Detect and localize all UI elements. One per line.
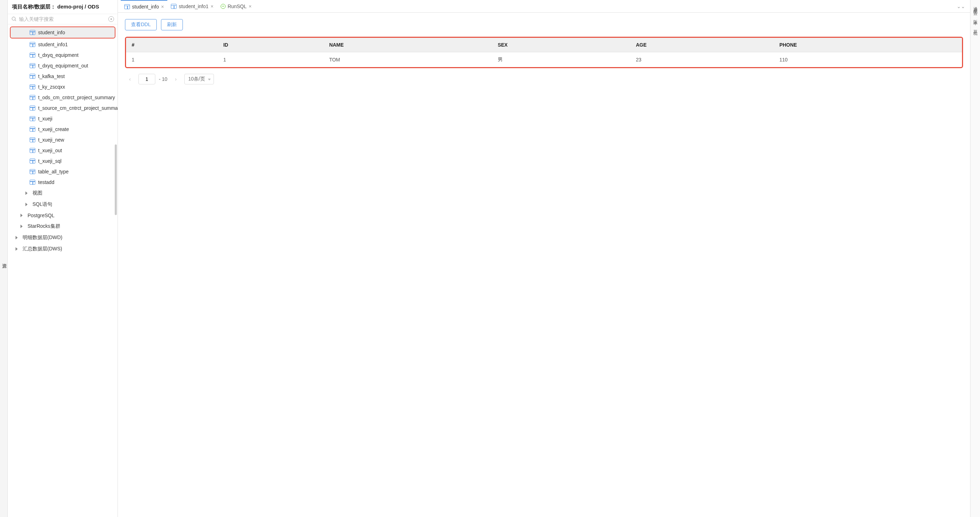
table-icon <box>30 169 35 174</box>
editor-tab[interactable]: student_info1× <box>167 0 217 12</box>
tree-item-label: t_xueji_sql <box>38 158 61 164</box>
table-header-cell: PHONE <box>774 38 962 52</box>
search-icon <box>11 16 17 22</box>
caret-icon <box>21 224 22 228</box>
table-icon <box>30 95 35 100</box>
close-icon[interactable]: × <box>248 3 251 9</box>
tree-item-label: t_xueji_create <box>38 126 69 132</box>
table-cell: 1 <box>126 52 218 67</box>
tree-table-item[interactable]: student_info1 <box>8 39 118 50</box>
right-rail-item[interactable]: 版本 <box>972 16 978 19</box>
locate-icon[interactable] <box>108 16 114 22</box>
tree-folder-label: StarRocks集群 <box>27 223 60 229</box>
table-icon <box>30 63 35 68</box>
pagination: ‹ - 10 › 10条/页 <box>125 74 963 84</box>
sidebar-tree: student_infostudent_info1t_dxyq_equipmen… <box>8 24 118 517</box>
left-tab-resource[interactable]: 资源 <box>0 0 8 517</box>
table-icon <box>30 30 35 35</box>
editor-tab[interactable]: student_info× <box>121 0 167 12</box>
tree-table-item[interactable]: t_source_cm_cntrct_project_summary <box>8 103 118 113</box>
tab-label: student_info1 <box>179 3 208 9</box>
tree-item-label: table_all_type <box>38 169 68 175</box>
tree-item-label: t_dxyq_equipment <box>38 52 78 58</box>
caret-icon <box>21 214 22 217</box>
tree-table-item[interactable]: t_xueji <box>8 113 118 124</box>
tree-table-item[interactable]: t_ods_cm_cntrct_project_summary <box>8 92 118 103</box>
view-ddl-button[interactable]: 查看DDL <box>125 19 157 30</box>
table-header-cell: ID <box>218 38 323 52</box>
tab-label: RunSQL <box>228 3 247 9</box>
table-row[interactable]: 11TOM男23110 <box>126 52 962 67</box>
data-table: #IDNAMESEXAGEPHONE 11TOM男23110 <box>126 38 962 67</box>
search-input[interactable] <box>19 16 106 22</box>
close-icon[interactable]: × <box>211 3 213 9</box>
tree-table-item[interactable]: t_dxyq_equipment_out <box>8 60 118 71</box>
sql-icon: ∞ <box>221 4 226 9</box>
tab-label: student_info <box>132 4 159 10</box>
tree-folder-label: 汇总数据层(DWS) <box>22 246 62 252</box>
tree-item-label: t_xueji <box>38 116 52 121</box>
next-page-button[interactable]: › <box>171 74 181 84</box>
tree-item-label: t_dxyq_equipment_out <box>38 63 88 68</box>
tree-folder-item[interactable]: 明细数据层(DWD) <box>8 232 118 243</box>
table-cell: 110 <box>774 52 962 67</box>
tree-table-item[interactable]: student_info <box>10 27 115 38</box>
scrollbar[interactable] <box>115 145 117 215</box>
tabs-collapse-icon[interactable]: ⌄⌄ <box>955 3 967 9</box>
page-size-select[interactable]: 10条/页 <box>184 74 213 84</box>
tree-folder-label: PostgreSQL <box>27 213 54 218</box>
table-icon <box>30 42 35 47</box>
tree-table-item[interactable]: t_xueji_out <box>8 145 118 156</box>
table-icon <box>124 4 130 9</box>
tree-table-item[interactable]: table_all_type <box>8 166 118 177</box>
table-icon <box>30 84 35 89</box>
tree-item-label: t_kafka_test <box>38 73 65 79</box>
sidebar-search <box>8 14 118 24</box>
tree-table-item[interactable]: testadd <box>8 177 118 188</box>
table-icon <box>30 148 35 153</box>
right-rail-item[interactable]: 草稿 <box>972 26 978 29</box>
content-area: 查看DDL 刷新 #IDNAMESEXAGEPHONE 11TOM男23110 … <box>118 13 970 517</box>
main-area: student_info×student_info1×∞RunSQL×⌄⌄ 查看… <box>118 0 970 517</box>
table-header-cell: # <box>126 38 218 52</box>
tabs-bar: student_info×student_info1×∞RunSQL×⌄⌄ <box>118 0 970 13</box>
tree-item-label: t_ods_cm_cntrct_project_summary <box>38 95 115 100</box>
tree-folder-label: 视图 <box>32 190 42 196</box>
table-header-cell: NAME <box>323 38 492 52</box>
tree-table-item[interactable]: t_ky_zscqxx <box>8 81 118 92</box>
tree-table-item[interactable]: t_dxyq_equipment <box>8 50 118 60</box>
table-icon <box>30 74 35 79</box>
table-header-cell: SEX <box>492 38 630 52</box>
table-icon <box>30 180 35 185</box>
tree-item-label: testadd <box>38 180 54 185</box>
tree-table-item[interactable]: t_xueji_sql <box>8 156 118 166</box>
tree-folder-item[interactable]: PostgreSQL <box>8 210 118 221</box>
tree-table-item[interactable]: t_xueji_create <box>8 124 118 135</box>
close-icon[interactable]: × <box>161 4 164 10</box>
table-cell: 1 <box>218 52 323 67</box>
tree-folder-item[interactable]: StarRocks集群 <box>8 221 118 232</box>
page-input[interactable] <box>138 74 155 84</box>
prev-page-button[interactable]: ‹ <box>125 74 135 84</box>
tree-item-label: student_info <box>38 30 65 35</box>
page-total: - 10 <box>159 76 167 82</box>
caret-icon <box>16 247 18 251</box>
table-icon <box>30 127 35 132</box>
tree-folder-item[interactable]: 视图 <box>8 188 118 199</box>
tree-folder-item[interactable]: 汇总数据层(DWS) <box>8 243 118 255</box>
editor-tab[interactable]: ∞RunSQL× <box>217 0 255 12</box>
right-rail-item[interactable]: 通用配置 <box>972 3 978 9</box>
tree-folder-item[interactable]: SQL语句 <box>8 199 118 210</box>
tree-table-item[interactable]: t_xueji_new <box>8 135 118 145</box>
caret-icon <box>16 236 18 239</box>
tree-item-label: t_ky_zscqxx <box>38 84 65 90</box>
svg-line-1 <box>15 20 16 21</box>
table-icon <box>171 4 177 9</box>
table-header-cell: AGE <box>630 38 773 52</box>
tree-item-label: t_source_cm_cntrct_project_summary <box>38 105 118 111</box>
table-cell: 男 <box>492 52 630 67</box>
refresh-button[interactable]: 刷新 <box>161 19 183 30</box>
tree-table-item[interactable]: t_kafka_test <box>8 71 118 81</box>
tree-item-label: student_info1 <box>38 42 68 47</box>
toolbar: 查看DDL 刷新 <box>125 19 963 30</box>
